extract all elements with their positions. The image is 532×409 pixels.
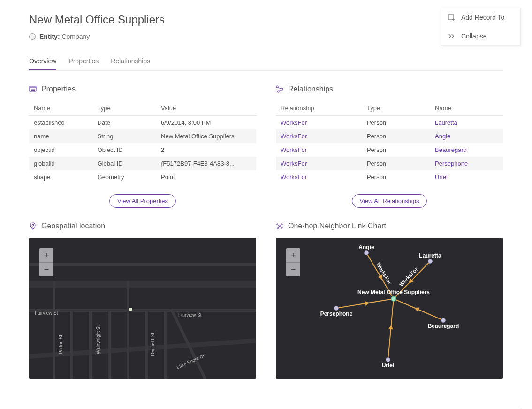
- rel-col-type: Type: [362, 101, 430, 116]
- graph-icon: [276, 222, 283, 230]
- prop-type: Global ID: [93, 157, 157, 170]
- table-row[interactable]: WorksForPersonLauretta: [276, 116, 503, 130]
- svg-rect-29: [448, 15, 454, 20]
- road-label: Patton St: [58, 335, 63, 354]
- rel-type: Person: [362, 129, 430, 143]
- graph-node[interactable]: [386, 358, 390, 362]
- graph-panel[interactable]: WorksForWorksForNew Metal Office Supplie…: [276, 238, 503, 379]
- rel-name[interactable]: Uriel: [430, 170, 503, 184]
- table-row[interactable]: nameStringNew Metal Office Suppliers: [29, 129, 256, 143]
- prop-type: Object ID: [93, 143, 157, 157]
- svg-line-16: [280, 225, 281, 226]
- graph-node-label: Uriel: [382, 362, 395, 369]
- tab-properties[interactable]: Properties: [68, 57, 99, 70]
- svg-point-13: [277, 228, 278, 229]
- rel-col-relationship: Relationship: [276, 101, 362, 116]
- svg-point-14: [281, 227, 282, 228]
- tab-overview[interactable]: Overview: [29, 57, 56, 70]
- svg-marker-24: [413, 305, 419, 311]
- add-record-to-menu-item[interactable]: Add Record To: [441, 8, 520, 27]
- svg-line-8: [279, 90, 281, 91]
- svg-line-7: [278, 88, 281, 89]
- rel-name[interactable]: Lauretta: [430, 116, 503, 130]
- pin-icon: [29, 222, 37, 230]
- rel-relationship[interactable]: WorksFor: [276, 170, 362, 184]
- graph-zoom-in-button[interactable]: +: [286, 248, 300, 262]
- zoom-out-button[interactable]: −: [39, 262, 53, 276]
- properties-title: Properties: [41, 85, 76, 93]
- graph-node[interactable]: [428, 259, 433, 264]
- collapse-icon: [448, 32, 456, 40]
- table-row[interactable]: establishedDate6/9/2014, 8:00 PM: [29, 116, 256, 130]
- table-row[interactable]: WorksForPersonAngie: [276, 129, 503, 143]
- svg-point-9: [32, 224, 34, 226]
- entity-value: Company: [61, 33, 90, 40]
- map-marker: [129, 308, 132, 311]
- rel-relationship[interactable]: WorksFor: [276, 116, 362, 130]
- linkchart-heading: One-hop Neighbor Link Chart: [276, 222, 503, 230]
- graph-node-label: Beauregard: [428, 323, 459, 329]
- rel-name[interactable]: Angie: [430, 129, 503, 143]
- prop-value: Point: [156, 170, 256, 184]
- map-zoom-control: + −: [39, 248, 53, 276]
- rel-relationship[interactable]: WorksFor: [276, 157, 362, 170]
- entity-label: Entity:: [39, 33, 60, 40]
- relationships-heading: Relationships: [276, 85, 503, 93]
- add-record-to-label: Add Record To: [461, 14, 504, 21]
- rel-name[interactable]: Persephone: [430, 157, 503, 170]
- svg-point-5: [281, 88, 283, 90]
- prop-value: {F5172B97-F4E3-4A83-8...: [156, 157, 256, 170]
- properties-table: Name Type Value establishedDate6/9/2014,…: [29, 101, 256, 184]
- rel-type: Person: [362, 157, 430, 170]
- tabs: Overview Properties Relationships: [29, 57, 503, 71]
- road-label: Denfield St: [150, 333, 155, 356]
- center-node[interactable]: [391, 296, 396, 301]
- prop-name: globalid: [29, 157, 93, 170]
- graph-node-label: Lauretta: [419, 252, 441, 259]
- relationship-icon: [276, 85, 283, 93]
- table-row[interactable]: WorksForPersonUriel: [276, 170, 503, 184]
- collapse-menu-item[interactable]: Collapse: [441, 27, 520, 45]
- svg-marker-26: [388, 325, 394, 330]
- prop-value: 2: [156, 143, 256, 157]
- entity-indicator: Entity: Company: [29, 33, 503, 40]
- entity-dot-icon: [29, 33, 36, 40]
- prop-name: objectid: [29, 143, 93, 157]
- map-panel[interactable]: Fairview StFairview StPatton StWainwrigh…: [29, 238, 256, 379]
- svg-line-17: [278, 226, 280, 228]
- zoom-in-button[interactable]: +: [39, 248, 53, 262]
- rel-col-name: Name: [430, 101, 503, 116]
- table-row[interactable]: WorksForPersonBeauregard: [276, 143, 503, 157]
- graph-node-label: Persephone: [320, 311, 353, 317]
- properties-col-value: Value: [156, 101, 256, 116]
- properties-col-type: Type: [93, 101, 157, 116]
- table-row[interactable]: WorksForPersonPersephone: [276, 157, 503, 170]
- view-all-relationships-button[interactable]: View All Relationships: [352, 194, 427, 208]
- graph-node[interactable]: [334, 306, 339, 311]
- svg-point-12: [281, 224, 282, 225]
- tab-relationships[interactable]: Relationships: [111, 57, 150, 70]
- table-row[interactable]: globalidGlobal ID{F5172B97-F4E3-4A83-8..…: [29, 157, 256, 170]
- prop-name: established: [29, 116, 93, 130]
- geospatial-heading: Geospatial location: [29, 222, 256, 230]
- add-record-icon: [448, 14, 456, 21]
- prop-value: New Metal Office Suppliers: [156, 129, 256, 143]
- rel-name[interactable]: Beauregard: [430, 143, 503, 157]
- actions-dropdown: Add Record To Collapse: [441, 8, 521, 46]
- graph-node[interactable]: [365, 251, 369, 255]
- table-row[interactable]: shapeGeometryPoint: [29, 170, 256, 184]
- view-all-properties-button[interactable]: View All Properties: [109, 194, 176, 208]
- graph-zoom-out-button[interactable]: −: [286, 262, 300, 276]
- road-label: Fairview St: [35, 311, 58, 316]
- prop-type: Date: [93, 116, 157, 130]
- window-icon: [29, 85, 37, 93]
- rel-relationship[interactable]: WorksFor: [276, 143, 362, 157]
- svg-line-15: [278, 225, 280, 226]
- footer-divider: [11, 406, 521, 406]
- relationships-table: Relationship Type Name WorksForPersonLau…: [276, 101, 503, 184]
- table-row[interactable]: objectidObject ID2: [29, 143, 256, 157]
- graph-node[interactable]: [441, 318, 446, 323]
- rel-type: Person: [362, 143, 430, 157]
- rel-relationship[interactable]: WorksFor: [276, 129, 362, 143]
- graph-zoom-control: + −: [286, 248, 300, 276]
